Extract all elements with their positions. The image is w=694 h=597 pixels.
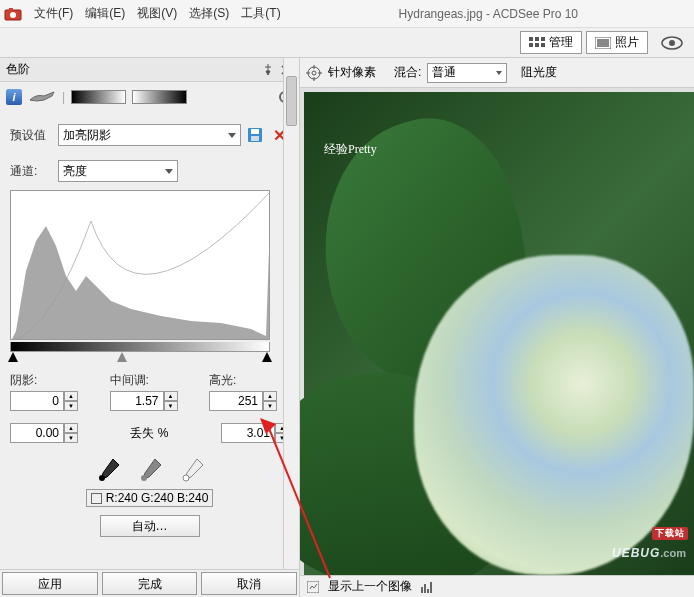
svg-point-18 (99, 475, 105, 481)
svg-rect-7 (535, 43, 539, 47)
uebug-logo: 下载站 UEBUG.com (612, 537, 686, 563)
menu-select[interactable]: 选择(S) (183, 5, 235, 22)
status-text: 显示上一个图像 (328, 578, 412, 595)
svg-rect-24 (421, 587, 423, 593)
target-icon[interactable] (306, 65, 322, 81)
menu-view[interactable]: 视图(V) (131, 5, 183, 22)
gradient-wb[interactable] (132, 90, 187, 104)
panel-body: 预设值 加亮阴影 ✕ 通道: 亮度 (0, 112, 299, 569)
svg-rect-2 (9, 8, 13, 11)
blend-label: 混合: (394, 64, 421, 81)
shadow-input[interactable]: 0▲▼ (10, 391, 90, 411)
panel-title: 色阶 (6, 61, 257, 78)
svg-rect-25 (424, 584, 426, 593)
menu-bar: 文件(F) 编辑(E) 视图(V) 选择(S) 工具(T) Hydrangeas… (0, 0, 694, 28)
loss-label: 丢失 % (130, 425, 168, 442)
blend-select[interactable]: 普通 (427, 63, 507, 83)
menu-tools[interactable]: 工具(T) (235, 5, 286, 22)
shadow-label: 阴影: (10, 372, 90, 389)
gradient-bw[interactable] (71, 90, 126, 104)
white-dropper-icon[interactable] (179, 457, 205, 483)
menu-edit[interactable]: 编辑(E) (79, 5, 131, 22)
photo-button[interactable]: 照片 (586, 31, 648, 54)
camera-icon (4, 7, 22, 21)
pin-icon[interactable] (261, 63, 275, 77)
canvas-area: 针对像素 混合: 普通 阻光度 经验Pretty 下载站 UEBUG.com 显… (300, 58, 694, 597)
cancel-button[interactable]: 取消 (201, 572, 297, 595)
histogram-icon[interactable] (420, 580, 434, 594)
preset-select[interactable]: 加亮阴影 (58, 124, 241, 146)
midtone-label: 中间调: (110, 372, 190, 389)
menu-file[interactable]: 文件(F) (28, 5, 79, 22)
pixel-label: 针对像素 (328, 64, 376, 81)
color-swatch (91, 493, 102, 504)
svg-rect-27 (430, 582, 432, 593)
manage-button[interactable]: 管理 (520, 31, 582, 54)
svg-rect-3 (529, 37, 533, 41)
levels-slider[interactable] (10, 352, 270, 366)
view-button[interactable] (652, 33, 692, 53)
auto-button[interactable]: 自动… (100, 515, 200, 537)
rgb-readout: R:240 G:240 B:240 (86, 489, 214, 507)
highlight-label: 高光: (209, 372, 289, 389)
black-dropper-icon[interactable] (95, 457, 121, 483)
channel-select[interactable]: 亮度 (58, 160, 178, 182)
panel-scrollbar[interactable] (283, 58, 299, 569)
gray-dropper-icon[interactable] (137, 457, 163, 483)
svg-rect-4 (535, 37, 539, 41)
midtone-input[interactable]: 1.57▲▼ (110, 391, 190, 411)
photo: 经验Pretty 下载站 UEBUG.com (304, 92, 694, 575)
svg-rect-6 (529, 43, 533, 47)
brush-icon[interactable] (28, 90, 56, 104)
done-button[interactable]: 完成 (102, 572, 198, 595)
white-point-handle[interactable] (262, 352, 272, 362)
image-canvas[interactable]: 经验Pretty 下载站 UEBUG.com (300, 88, 694, 575)
svg-rect-26 (427, 589, 429, 593)
svg-point-22 (312, 71, 316, 75)
svg-point-1 (10, 12, 16, 18)
options-bar: 针对像素 混合: 普通 阻光度 (300, 58, 694, 88)
watermark-text: 经验Pretty (324, 102, 377, 166)
apply-button[interactable]: 应用 (2, 572, 98, 595)
preset-label: 预设值 (10, 127, 58, 144)
highlight-input[interactable]: 251▲▼ (209, 391, 289, 411)
window-title: Hydrangeas.jpg - ACDSee Pro 10 (287, 7, 690, 21)
gray-point-handle[interactable] (117, 352, 127, 362)
clip-black-input[interactable]: 0.00▲▼ (10, 423, 78, 443)
levels-panel: 色阶 i | 预设值 加亮阴影 ✕ 通道: 亮度 (0, 58, 300, 597)
svg-point-20 (183, 475, 189, 481)
svg-rect-16 (251, 129, 259, 134)
opacity-label: 阻光度 (521, 64, 557, 81)
svg-rect-8 (541, 43, 545, 47)
svg-rect-10 (597, 39, 609, 47)
svg-point-12 (669, 40, 675, 46)
svg-rect-5 (541, 37, 545, 41)
clip-white-input[interactable]: 3.01▲▼ (221, 423, 289, 443)
save-preset-icon[interactable] (245, 125, 265, 145)
histogram (10, 190, 270, 340)
top-toolbar: 管理 照片 (0, 28, 694, 58)
panel-header: 色阶 (0, 58, 299, 82)
histogram-gradient (10, 342, 270, 352)
svg-rect-17 (251, 136, 259, 141)
tool-strip: i | (0, 82, 299, 112)
info-icon[interactable]: i (6, 89, 22, 105)
svg-point-19 (141, 475, 147, 481)
prev-image-icon[interactable] (306, 580, 320, 594)
channel-label: 通道: (10, 163, 58, 180)
status-bar: 显示上一个图像 (300, 575, 694, 597)
black-point-handle[interactable] (8, 352, 18, 362)
